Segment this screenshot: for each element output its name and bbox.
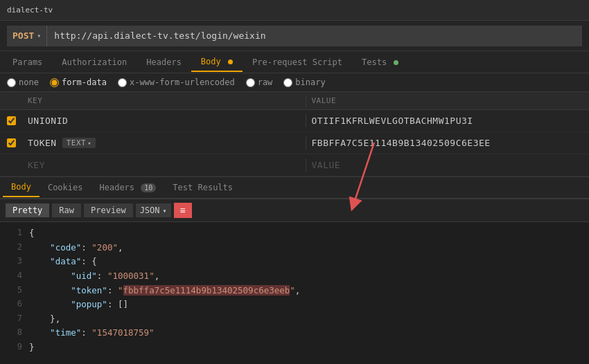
row2-key: token Text [22, 136, 306, 149]
table-row: Key Value [0, 154, 589, 176]
kv-header: KEY VALUE [0, 92, 589, 110]
top-bar: dialect-tv [0, 0, 589, 21]
radio-none[interactable]: none [7, 78, 39, 87]
text-type-badge[interactable]: Text [62, 138, 96, 148]
body-tab-dot [228, 60, 233, 64]
svg-line-1 [353, 143, 374, 205]
format-select[interactable]: JSON ▾ [136, 203, 171, 217]
code-line-4: 4 "uid": "1000031", [0, 269, 589, 284]
code-line-3: 3 "data": { [0, 255, 589, 269]
code-line-9: 9 } [0, 340, 589, 355]
code-line-2: 2 "code": "200", [0, 241, 589, 255]
radio-raw[interactable]: raw [246, 78, 273, 87]
row2-checkbox[interactable] [7, 138, 16, 147]
table-row: unionid oTiiF1KFrlwEvlgOtBaCHMw1Pu3I [0, 110, 589, 132]
kv-table: KEY VALUE unionid oTiiF1KFrlwEvlgOtBaCHM… [0, 92, 589, 177]
kv-val-header: VALUE [306, 95, 590, 107]
tab-nav-top: Params Authorization Headers Body Pre-re… [0, 51, 589, 73]
method-dropdown-icon: ▾ [37, 32, 41, 39]
method-label: POST [12, 30, 34, 41]
tab-headers[interactable]: Headers [137, 53, 191, 71]
arrow-annotation [333, 136, 471, 219]
tab-prerequest[interactable]: Pre-request Script [243, 53, 352, 71]
tests-tab-dot [394, 60, 398, 65]
tab-nav-bottom: Body Cookies Headers 10 Test Results [0, 177, 589, 199]
code-line-6: 6 "popup": [] [0, 298, 589, 312]
row3-key-placeholder[interactable]: Key [22, 158, 306, 172]
code-line-1: 1 { [0, 226, 589, 241]
row1-key: unionid [22, 114, 306, 127]
tab-test-results[interactable]: Test Results [164, 179, 241, 197]
body-type-row: none form-data x-www-form-urlencoded raw… [0, 73, 589, 92]
kv-key-header: KEY [22, 95, 306, 107]
radio-formdata[interactable]: form-data [50, 78, 107, 87]
headers-badge: 10 [141, 183, 156, 192]
kv-check-col [0, 95, 22, 107]
format-icon-btn[interactable]: ≡ [174, 203, 192, 218]
tab-headers-response[interactable]: Headers 10 [91, 179, 164, 197]
raw-btn[interactable]: Raw [52, 203, 81, 217]
table-row: token Text fbbffa7c5e1114b9b13402509c6e3… [0, 132, 589, 154]
response-toolbar: Pretty Raw Preview JSON ▾ ≡ [0, 199, 589, 222]
row1-value: oTiiF1KFrlwEvlgOtBaCHMw1Pu3I [306, 114, 590, 127]
tab-body-response[interactable]: Body [3, 178, 39, 197]
url-input[interactable] [46, 26, 582, 46]
method-select[interactable]: POST ▾ [7, 26, 46, 46]
tab-authorization[interactable]: Authorization [52, 53, 137, 71]
pretty-btn[interactable]: Pretty [6, 203, 49, 217]
top-bar-title: dialect-tv [7, 6, 53, 15]
radio-binary[interactable]: binary [283, 78, 325, 87]
tab-cookies[interactable]: Cookies [39, 179, 91, 197]
tab-body[interactable]: Body [191, 53, 243, 72]
code-line-5: 5 "token": "fbbffa7c5e1114b9b13402509c6e… [0, 284, 589, 298]
format-dropdown-icon: ▾ [163, 207, 167, 215]
row1-check-col[interactable] [0, 116, 22, 125]
radio-urlencoded[interactable]: x-www-form-urlencoded [118, 78, 235, 87]
code-line-8: 8 "time": "1547018759" [0, 326, 589, 340]
code-area: 1 { 2 "code": "200", 3 "data": { 4 "uid"… [0, 222, 589, 364]
request-bar: POST ▾ [0, 21, 589, 51]
tab-params[interactable]: Params [3, 53, 52, 71]
code-line-7: 7 }, [0, 312, 589, 327]
row2-check-col[interactable] [0, 138, 22, 147]
preview-btn[interactable]: Preview [84, 203, 133, 217]
tab-tests[interactable]: Tests [352, 53, 408, 71]
lines-icon: ≡ [179, 205, 185, 216]
bottom-section: Body Cookies Headers 10 Test Results Pre… [0, 177, 589, 364]
row1-checkbox[interactable] [7, 116, 16, 125]
